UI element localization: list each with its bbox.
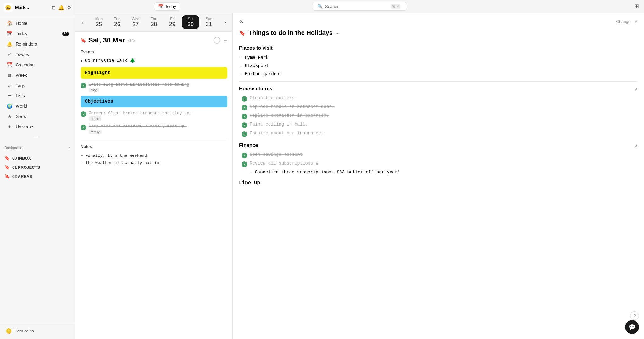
sidebar-item-home[interactable]: 🏠 Home — [2, 18, 73, 28]
sidebar-toggle-icon[interactable]: ⊡ — [52, 5, 56, 11]
chore-item-1: ✓ Clean the gutters. — [242, 94, 638, 103]
todo-tag[interactable]: family — [89, 130, 102, 134]
sidebar-item-world[interactable]: 🌍 World — [2, 101, 73, 111]
prev-week-button[interactable]: ‹ — [79, 18, 86, 26]
chat-button[interactable]: 💬 — [625, 320, 639, 334]
chore-item-3: ✓ Replace extractor in bathroom. — [242, 112, 638, 121]
week-day-wed[interactable]: Wed 27 — [127, 15, 144, 29]
next-week-button[interactable]: › — [222, 18, 229, 26]
detail-close-button[interactable]: ✕ — [239, 18, 244, 25]
sidebar-item-week[interactable]: ▦ Week — [2, 70, 73, 80]
day-num: 29 — [169, 21, 175, 28]
detail-content: Places to visit – Lyme Park – Blackpool … — [239, 42, 638, 334]
note-item: – Finally. It's the weekend! — [80, 152, 227, 159]
prev-day-arrow[interactable]: ◁ — [127, 38, 131, 43]
change-label[interactable]: Change — [616, 19, 630, 24]
sidebar-item-calendar[interactable]: 📆 Calendar — [2, 60, 73, 70]
chore-check[interactable]: ✓ — [242, 105, 247, 110]
bookmarks-chevron[interactable]: ∧ — [69, 146, 71, 150]
week-day-sat[interactable]: Sat 30 — [182, 15, 199, 29]
sidebar-item-label: Universe — [16, 124, 33, 129]
finance-text: Review all subscriptions — [250, 161, 313, 166]
todo-content: Prep food for tomorrow's family meet up.… — [89, 124, 187, 134]
sidebar-item-stars[interactable]: ★ Stars — [2, 111, 73, 121]
chore-check[interactable]: ✓ — [242, 131, 247, 137]
note-item: – The weather is actually hot in — [80, 159, 227, 167]
today-badge: 30 — [62, 32, 69, 36]
bookmark-label: 02 AREAS — [12, 174, 32, 179]
week-day-mon[interactable]: Mon 25 — [90, 15, 107, 29]
search-input[interactable] — [325, 4, 388, 9]
notification-icon[interactable]: 🔔 — [58, 5, 64, 11]
sidebar-item-universe[interactable]: ✦ Universe — [2, 122, 73, 132]
finance-check[interactable]: ✓ — [242, 161, 247, 167]
day-more-button[interactable]: ··· — [224, 38, 227, 43]
event-label: Countryside walk 🌲 — [85, 58, 135, 63]
chore-check[interactable]: ✓ — [242, 96, 247, 102]
subscriptions-chevron[interactable]: ∧ — [316, 161, 318, 166]
settings-icon[interactable]: ⚙ — [67, 5, 71, 11]
day-panel: ‹ Mon 25 Tue 26 Wed 27 Thu — [75, 13, 233, 339]
todo-check[interactable]: ✓ — [80, 83, 86, 88]
topbar-center: 🔍 ⌘ P — [313, 2, 407, 11]
todo-tag[interactable]: home — [89, 116, 101, 121]
place-text: Buxton gardens — [245, 71, 282, 76]
bookmark-projects[interactable]: 🔖 01 PROJECTS — [0, 163, 75, 172]
day-actions: ··· — [214, 37, 227, 44]
bookmark-icon: 🔖 — [4, 174, 10, 179]
week-day-thu[interactable]: Thu 28 — [145, 15, 162, 29]
sidebar: 😀 Mark... ⊡ 🔔 ⚙ 🏠 Home 📅 Today 30 🔔 Remi… — [0, 0, 75, 339]
app-icon: 😀 — [4, 3, 13, 12]
sidebar-item-lists[interactable]: ☰ Lists — [2, 91, 73, 101]
todo-check[interactable]: ✓ — [80, 125, 86, 130]
day-num: 28 — [151, 21, 157, 28]
finance-item-2: ✓ Review all subscriptions ∧ — [242, 160, 638, 168]
save-icon[interactable]: ⊞ — [634, 3, 639, 10]
day-name: Fri — [170, 17, 175, 21]
finance-text: Open savings account — [250, 152, 303, 157]
week-day-tue[interactable]: Tue 26 — [109, 15, 126, 29]
day-circle[interactable] — [214, 37, 220, 44]
day-num: 30 — [187, 21, 194, 28]
house-chores-chevron[interactable]: ∧ — [635, 86, 638, 91]
sidebar-item-label: World — [16, 104, 27, 109]
finance-check[interactable]: ✓ — [242, 153, 247, 158]
today-button[interactable]: 📅 Today — [154, 2, 180, 11]
note-dash: – — [80, 161, 83, 165]
sidebar-more[interactable]: ··· — [0, 132, 75, 141]
sidebar-item-today[interactable]: 📅 Today 30 — [2, 29, 73, 39]
detail-more-button[interactable]: ··· — [336, 31, 340, 36]
help-button[interactable]: ? — [630, 311, 639, 320]
sidebar-item-todos[interactable]: ✓ To-dos — [2, 49, 73, 59]
swap-icon[interactable]: ⇄ — [634, 19, 638, 24]
week-day-sun[interactable]: Sun 31 — [200, 15, 217, 29]
next-day-arrow[interactable]: ▷ — [132, 38, 136, 43]
home-icon: 🏠 — [6, 20, 13, 26]
todo-check[interactable]: ✓ — [80, 111, 86, 117]
lists-icon: ☰ — [6, 93, 13, 99]
chore-check[interactable]: ✓ — [242, 122, 247, 128]
sidebar-item-tags[interactable]: # Tags — [2, 81, 73, 90]
today-calendar-icon: 📅 — [158, 4, 163, 9]
house-chores-header: House chores ∧ — [239, 86, 638, 92]
bookmark-inbox[interactable]: 🔖 00 INBOX — [0, 154, 75, 162]
search-shortcut: ⌘ P — [391, 4, 400, 9]
list-dash: – — [239, 71, 242, 76]
line-up-item: Line Up — [239, 178, 638, 187]
todo-tag[interactable]: blog — [89, 88, 99, 92]
finance-header: Finance ∧ — [239, 143, 638, 148]
bookmark-areas[interactable]: 🔖 02 AREAS — [0, 172, 75, 181]
chore-check[interactable]: ✓ — [242, 114, 247, 119]
detail-header-actions: Change ⇄ — [616, 19, 638, 24]
note-dash: – — [80, 153, 83, 158]
sidebar-item-reminders[interactable]: 🔔 Reminders — [2, 39, 73, 49]
day-name: Tue — [114, 17, 120, 21]
bookmark-label: 00 INBOX — [12, 156, 31, 161]
todo-text: Write blog about minimalistic note-takin… — [89, 82, 189, 87]
search-bar[interactable]: 🔍 ⌘ P — [313, 2, 407, 11]
week-day-fri[interactable]: Fri 29 — [164, 15, 181, 29]
finance-chevron[interactable]: ∧ — [635, 143, 638, 148]
chore-text: Replace handle on bathroom door. — [250, 104, 334, 109]
topbar-left: 📅 Today — [154, 2, 180, 11]
earn-coins-button[interactable]: 🪙 Earn coins — [4, 326, 71, 336]
